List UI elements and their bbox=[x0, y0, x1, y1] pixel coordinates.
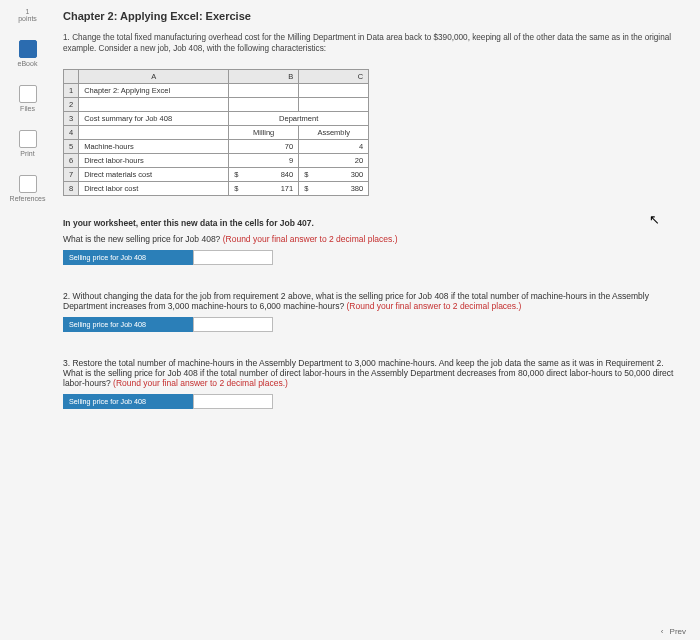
points-value: 1 bbox=[2, 8, 53, 15]
answer-label-3: Selling price for Job 408 bbox=[63, 394, 193, 409]
row-num: 5 bbox=[64, 139, 79, 153]
cell: 9 bbox=[229, 153, 299, 167]
cell: $300 bbox=[299, 167, 369, 181]
q2-text: 2. Without changing the data for the job… bbox=[63, 291, 682, 311]
cell: Machine-hours bbox=[79, 139, 229, 153]
q1-number: 1. bbox=[63, 33, 70, 42]
cell: Chapter 2: Applying Excel bbox=[79, 83, 229, 97]
sidebar-item-print[interactable]: Print bbox=[2, 130, 53, 157]
cell bbox=[229, 83, 299, 97]
corner-cell bbox=[64, 69, 79, 83]
answer-input-3[interactable] bbox=[193, 394, 273, 409]
sidebar: 1 points eBook Files Print References bbox=[0, 0, 55, 640]
cell: $380 bbox=[299, 181, 369, 195]
q3-number: 3. bbox=[63, 358, 70, 368]
col-a: A bbox=[79, 69, 229, 83]
sidebar-item-ebook[interactable]: eBook bbox=[2, 40, 53, 67]
q3-hint: (Round your final answer to 2 decimal pl… bbox=[113, 378, 288, 388]
q2-hint: (Round your final answer to 2 decimal pl… bbox=[346, 301, 521, 311]
prev-button[interactable]: Prev bbox=[670, 627, 686, 636]
cell bbox=[229, 97, 299, 111]
q3-text: 3. Restore the total number of machine-h… bbox=[63, 358, 682, 388]
cell: 4 bbox=[299, 139, 369, 153]
cell: Direct materials cost bbox=[79, 167, 229, 181]
main-content: Chapter 2: Applying Excel: Exercise 1. C… bbox=[55, 0, 700, 640]
cell: 20 bbox=[299, 153, 369, 167]
page-title: Chapter 2: Applying Excel: Exercise bbox=[63, 10, 682, 22]
answer-row-3: Selling price for Job 408 bbox=[63, 394, 682, 409]
cell: $171 bbox=[229, 181, 299, 195]
row-num: 3 bbox=[64, 111, 79, 125]
sidebar-item-label: Files bbox=[20, 105, 35, 112]
cursor-icon: ↖ bbox=[649, 212, 660, 227]
col-b: B bbox=[229, 69, 299, 83]
sidebar-item-label: References bbox=[10, 195, 46, 202]
points-label: points bbox=[2, 15, 53, 22]
chevron-left-icon[interactable]: ‹ bbox=[661, 627, 664, 636]
cell: Cost summary for Job 408 bbox=[79, 111, 229, 125]
answer-input-1[interactable] bbox=[193, 250, 273, 265]
row-num: 1 bbox=[64, 83, 79, 97]
answer-label-2: Selling price for Job 408 bbox=[63, 317, 193, 332]
cell: Assembly bbox=[299, 125, 369, 139]
q1b-text: What is the new selling price for Job 40… bbox=[63, 234, 682, 244]
cell: 70 bbox=[229, 139, 299, 153]
sidebar-item-files[interactable]: Files bbox=[2, 85, 53, 112]
cell: Milling bbox=[229, 125, 299, 139]
footer-nav: ‹ Prev bbox=[661, 627, 686, 636]
row-num: 8 bbox=[64, 181, 79, 195]
worksheet-instruction: In your worksheet, enter this new data i… bbox=[63, 218, 682, 228]
cell bbox=[299, 97, 369, 111]
files-icon bbox=[19, 85, 37, 103]
row-num: 2 bbox=[64, 97, 79, 111]
cell bbox=[79, 125, 229, 139]
excel-table: A B C 1Chapter 2: Applying Excel 2 3Cost… bbox=[63, 69, 369, 196]
cell: Department bbox=[229, 111, 369, 125]
q1b-body: What is the new selling price for Job 40… bbox=[63, 234, 223, 244]
sidebar-item-label: eBook bbox=[18, 60, 38, 67]
q1b-hint: (Round your final answer to 2 decimal pl… bbox=[223, 234, 398, 244]
cell: Direct labor cost bbox=[79, 181, 229, 195]
col-c: C bbox=[299, 69, 369, 83]
cell: $840 bbox=[229, 167, 299, 181]
answer-row-1: Selling price for Job 408 bbox=[63, 250, 682, 265]
row-num: 7 bbox=[64, 167, 79, 181]
cell bbox=[79, 97, 229, 111]
row-num: 6 bbox=[64, 153, 79, 167]
q1-body: Change the total fixed manufacturing ove… bbox=[63, 33, 671, 53]
cell: Direct labor-hours bbox=[79, 153, 229, 167]
cell bbox=[299, 83, 369, 97]
answer-input-2[interactable] bbox=[193, 317, 273, 332]
question-1-text: 1. Change the total fixed manufacturing … bbox=[63, 32, 682, 55]
row-num: 4 bbox=[64, 125, 79, 139]
print-icon bbox=[19, 130, 37, 148]
references-icon bbox=[19, 175, 37, 193]
sidebar-item-references[interactable]: References bbox=[2, 175, 53, 202]
points-indicator: 1 points bbox=[2, 8, 53, 22]
sidebar-item-label: Print bbox=[20, 150, 34, 157]
q2-number: 2. bbox=[63, 291, 70, 301]
answer-row-2: Selling price for Job 408 bbox=[63, 317, 682, 332]
ebook-icon bbox=[19, 40, 37, 58]
answer-label-1: Selling price for Job 408 bbox=[63, 250, 193, 265]
